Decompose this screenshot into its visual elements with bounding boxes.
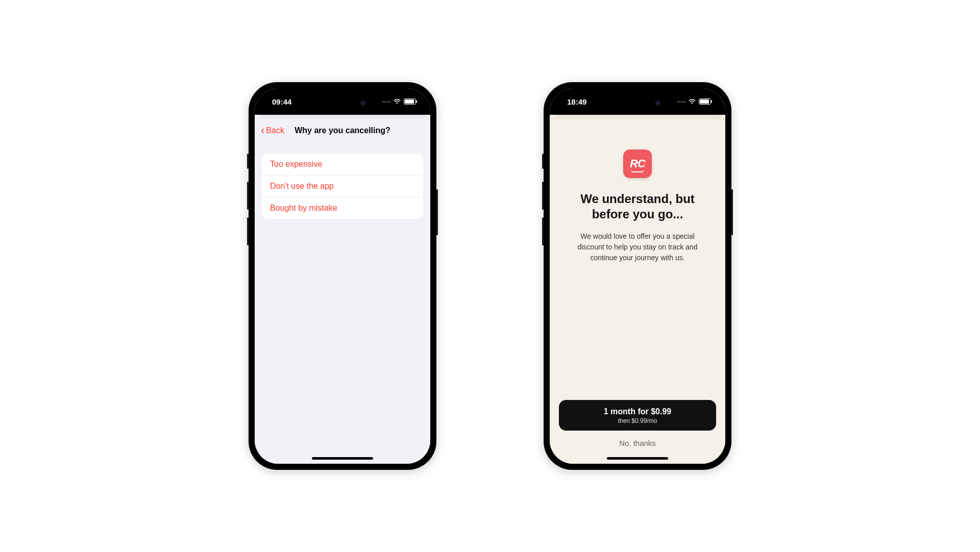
cellular-icon (677, 101, 686, 103)
nav-header: ‹ Back Why are you cancelling? (255, 119, 430, 142)
offer-heading: We understand, but before you go... (562, 191, 713, 222)
status-right-icons (677, 98, 712, 105)
phone-side-button (247, 154, 249, 169)
phone-mockup-offer: 18:49 RC We understand, but before you g… (544, 82, 731, 470)
phone-volume-up (542, 182, 544, 210)
home-indicator[interactable] (607, 457, 668, 460)
app-icon-text: RC (630, 157, 645, 170)
phone-power-button (731, 189, 733, 235)
phone-volume-up (247, 182, 249, 210)
app-icon: RC (623, 149, 652, 178)
offer-price-line: 1 month for $0.99 (564, 407, 711, 416)
battery-icon (404, 98, 416, 105)
status-time: 18:49 (567, 97, 586, 106)
phone-screen: 09:44 ‹ Back Why are you cancelling? (255, 88, 430, 464)
reason-dont-use[interactable]: Don't use the app (262, 175, 423, 197)
battery-icon (699, 98, 711, 105)
back-label: Back (266, 126, 284, 135)
decline-offer-button[interactable]: No, thanks (559, 431, 716, 450)
offer-content: RC We understand, but before you go... W… (550, 119, 725, 464)
cellular-icon (382, 101, 391, 103)
wifi-icon (393, 98, 401, 105)
back-button[interactable]: ‹ Back (261, 125, 284, 136)
status-time: 09:44 (272, 97, 291, 106)
modal-sheet: RC We understand, but before you go... W… (550, 119, 725, 464)
phone-power-button (436, 189, 438, 235)
modal-sheet: ‹ Back Why are you cancelling? Too expen… (255, 119, 430, 464)
front-camera (655, 101, 660, 106)
front-camera (360, 101, 365, 106)
home-indicator[interactable] (312, 457, 373, 460)
offer-actions: 1 month for $0.99 then $0.99/mo No, than… (559, 400, 716, 450)
status-right-icons (382, 98, 416, 105)
wifi-icon (688, 98, 696, 105)
reason-too-expensive[interactable]: Too expensive (262, 154, 423, 175)
phone-mockup-cancel-survey: 09:44 ‹ Back Why are you cancelling? (249, 82, 436, 470)
phone-volume-down (247, 217, 249, 245)
accept-offer-button[interactable]: 1 month for $0.99 then $0.99/mo (559, 400, 716, 431)
reason-bought-mistake[interactable]: Bought by mistake (262, 197, 423, 219)
dynamic-island (609, 95, 666, 111)
phone-volume-down (542, 217, 544, 245)
chevron-left-icon: ‹ (261, 125, 264, 136)
offer-renewal-line: then $0.99/mo (564, 417, 711, 424)
dynamic-island (314, 95, 371, 111)
phone-screen: 18:49 RC We understand, but before you g… (550, 88, 725, 464)
cancel-reason-list: Too expensive Don't use the app Bought b… (262, 154, 423, 219)
offer-body: We would love to offer you a special dis… (562, 231, 713, 263)
phone-side-button (542, 154, 544, 169)
